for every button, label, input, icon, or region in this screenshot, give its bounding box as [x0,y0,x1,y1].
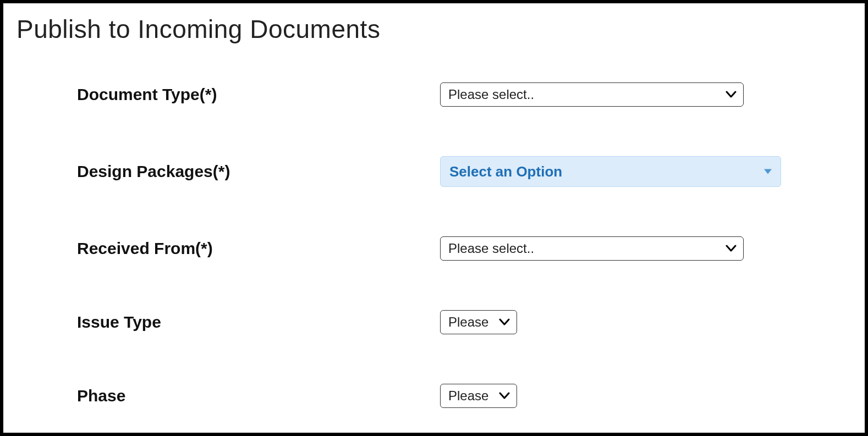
select-design-packages-value: Select an Option [449,163,562,180]
select-issue-type[interactable]: Please [440,310,517,334]
select-received-from-value: Please select.. [448,241,534,256]
select-phase[interactable]: Please [440,384,517,408]
label-document-type: Document Type(*) [17,85,440,104]
row-phase: Phase Please [17,384,851,408]
select-document-type-value: Please select.. [448,87,534,102]
chevron-down-icon [726,91,737,98]
label-phase: Phase [17,387,440,405]
row-design-packages: Design Packages(*) Select an Option [17,156,851,187]
select-document-type[interactable]: Please select.. [440,82,744,107]
page-title: Publish to Incoming Documents [17,14,851,44]
label-issue-type: Issue Type [17,313,440,332]
select-design-packages[interactable]: Select an Option [440,156,781,187]
chevron-down-icon [499,392,510,400]
chevron-down-icon [726,245,737,252]
row-document-type: Document Type(*) Please select.. [17,82,851,107]
row-received-from: Received From(*) Please select.. [17,236,851,261]
chevron-down-icon [499,318,510,326]
select-received-from[interactable]: Please select.. [440,236,744,261]
select-issue-type-value: Please [448,314,488,330]
row-issue-type: Issue Type Please [17,310,851,334]
label-received-from: Received From(*) [17,239,440,258]
label-design-packages: Design Packages(*) [17,162,440,181]
caret-down-icon [764,169,772,174]
select-phase-value: Please [448,388,488,404]
